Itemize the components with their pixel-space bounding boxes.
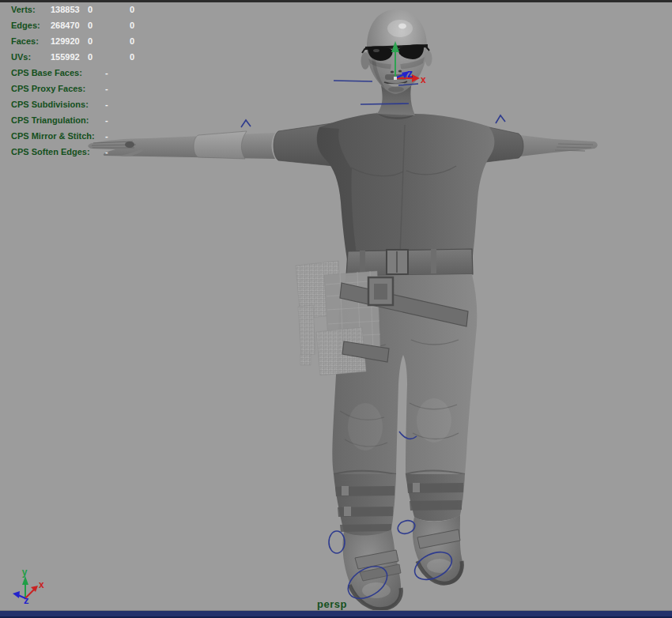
hud-label: Verts: [11,4,36,15]
hud-value: 0 [130,4,134,15]
rig-curve-right-shoulder [496,115,505,123]
hud-value: - [105,99,108,110]
torso-shirt[interactable] [317,112,495,264]
hud-value: - [105,146,108,157]
view-axis-gizmo: y x z [13,567,44,606]
manipulator-z-label: z [407,67,413,80]
hud-label: UVs: [11,51,31,62]
gizmo-y-label: y [22,567,28,578]
hud-row-cps-proxy-faces: CPS Proxy Faces: - [0,83,253,99]
hud-row-cps-mirror-stitch: CPS Mirror & Stitch: - [0,130,253,146]
hud-label: CPS Triangulation: [11,115,89,126]
heads-up-display: Verts: 138853 0 0 Edges: 268470 0 0 Face… [0,0,253,166]
hud-value: 0 [130,36,134,47]
right-boot[interactable] [406,474,465,585]
hud-value: 268470 [51,20,80,31]
hud-value: 0 [88,20,92,31]
hud-value: 0 [88,4,92,15]
hud-row-cps-triangulation: CPS Triangulation: - [0,115,253,130]
hud-value: 0 [130,51,134,62]
hud-value: 0 [88,36,92,47]
hud-label: CPS Subdivisions: [11,99,89,110]
hud-value: 129920 [51,36,80,47]
hud-value: - [105,115,108,126]
hud-value: - [105,67,108,78]
hud-row-cps-subdivisions: CPS Subdivisions: - [0,99,253,115]
hud-row-verts: Verts: 138853 0 0 [0,4,253,20]
hud-label: CPS Mirror & Stitch: [11,130,95,141]
gizmo-z-label: z [24,594,29,606]
hud-row-edges: Edges: 268470 0 0 [0,20,253,36]
hud-label: Edges: [11,20,40,31]
hud-value: - [105,83,108,94]
hud-value: 138853 [51,4,80,15]
hud-label: CPS Base Faces: [11,67,82,78]
hud-row-faces: Faces: 129920 0 0 [0,36,253,51]
hud-row-cps-base-faces: CPS Base Faces: - [0,67,253,83]
hud-value: 155992 [51,51,80,62]
hud-value: - [105,130,108,141]
rig-curve-neck [361,104,409,104]
gizmo-x-label: x [39,579,44,590]
manipulator-x-label: x [421,74,426,85]
camera-name-label: persp [317,598,347,610]
left-boot[interactable] [334,474,401,610]
hud-value: 0 [130,20,134,31]
hud-row-uvs: UVs: 155992 0 0 [0,51,253,67]
rig-curve-left-ankle [329,531,345,553]
manipulator-center[interactable] [394,77,397,80]
hud-value: 0 [88,51,92,62]
maya-perspective-viewport[interactable]: x z y x z Verts: 138853 0 [0,0,672,618]
hud-label: CPS Soften Edges: [11,146,90,157]
hud-label: Faces: [11,36,39,47]
hud-row-cps-soften-edges: CPS Soften Edges: - [0,146,253,162]
active-panel-border [0,611,672,618]
hud-label: CPS Proxy Faces: [11,83,85,94]
